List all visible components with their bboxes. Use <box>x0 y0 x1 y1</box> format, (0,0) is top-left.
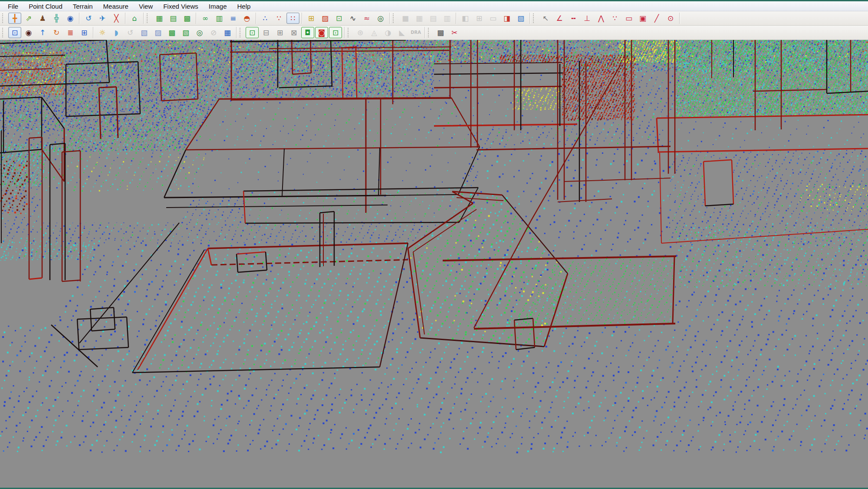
attribute-table-button[interactable]: ▥ <box>213 13 226 24</box>
measure-rect-button[interactable]: ▭ <box>622 13 635 24</box>
rotate-view-button[interactable]: ⇗ <box>22 13 35 24</box>
lighting-button[interactable]: ☼ <box>96 27 109 38</box>
view-split-button[interactable]: ⊠ <box>287 27 300 38</box>
lighting-icon: ☼ <box>99 29 105 36</box>
toolbar-drag-handle[interactable] <box>2 28 6 37</box>
classify-boxes-button[interactable]: ⊞ <box>305 13 318 24</box>
view-point-eye-button[interactable]: ◉ <box>64 13 77 24</box>
home-view-button[interactable]: ⌂ <box>128 13 141 24</box>
web-globe-button[interactable]: ◎ <box>193 27 206 38</box>
class-points-button[interactable]: ⊡ <box>332 13 345 24</box>
move-view-button[interactable]: ╬ <box>50 13 63 24</box>
toolbar-drag-handle[interactable] <box>533 13 537 23</box>
measure-distance-button[interactable]: ╍ <box>567 13 580 24</box>
glasses-3d-button[interactable]: ◗ <box>110 27 123 38</box>
menu-terrain[interactable]: Terrain <box>68 2 98 11</box>
menu-measure[interactable]: Measure <box>98 2 134 11</box>
view-pointer-button[interactable]: ⊡ <box>329 27 342 38</box>
image-extent-1-button[interactable]: ▧ <box>138 27 151 38</box>
menu-image[interactable]: Image <box>204 2 232 11</box>
toolbar-drag-handle[interactable] <box>147 13 151 23</box>
window-overlay-button[interactable]: ◨ <box>500 13 513 24</box>
menu-file[interactable]: File <box>3 2 23 11</box>
measure-angle-button[interactable]: ∠ <box>553 13 566 24</box>
toolbar-drag-handle[interactable] <box>2 13 6 23</box>
measure-circle-button[interactable]: ⊙ <box>664 13 677 24</box>
point-table-button[interactable]: ▦ <box>153 13 166 24</box>
points-display-2-button[interactable]: ∵ <box>273 13 286 24</box>
toolbar-separator <box>125 13 126 24</box>
menu-view[interactable]: View <box>134 2 158 11</box>
surface-flat-icon: ■ <box>402 15 409 22</box>
surface-checker-button: ▦ <box>413 13 426 24</box>
view-main-icon: ⊡ <box>249 29 255 36</box>
display-bands-button[interactable]: ≡ <box>227 13 240 24</box>
point-layers-button[interactable]: ▤ <box>167 13 180 24</box>
menu-help[interactable]: Help <box>232 2 256 11</box>
window-plain-button: ▭ <box>487 13 500 24</box>
mosaic-tool-icon: ▩ <box>437 29 444 36</box>
link-views-button[interactable]: ∞ <box>199 13 212 24</box>
color-palette-grid-button[interactable]: ▦ <box>221 27 234 38</box>
toolbar-drag-handle[interactable] <box>428 28 432 37</box>
graph-lines-button[interactable]: ≈ <box>360 13 373 24</box>
mosaic-tool-button[interactable]: ▩ <box>434 27 447 38</box>
clip-scissors-button[interactable]: ✂ <box>448 27 461 38</box>
toolbar-separator <box>679 13 680 24</box>
toolbar-separator <box>143 13 144 24</box>
view-red-region-icon: ◙ <box>318 29 326 36</box>
viewport-3d[interactable] <box>0 40 868 489</box>
display-bands-icon: ≡ <box>230 15 236 22</box>
measure-polyline-button[interactable]: ⋀ <box>595 13 608 24</box>
graph-lines-icon: ≈ <box>364 15 370 22</box>
measure-rect-icon: ▭ <box>625 15 632 22</box>
toolbar-drag-handle[interactable] <box>240 28 243 37</box>
view-green-region-button[interactable]: ◘ <box>301 27 314 38</box>
view-right-button[interactable]: ⊞ <box>273 27 286 38</box>
orbit-sphere-button[interactable]: ↻ <box>50 27 63 38</box>
rotate-tool-icon: ↺ <box>127 29 133 36</box>
walk-mode-button[interactable]: ♟ <box>36 13 49 24</box>
view-red-region-button[interactable]: ◙ <box>315 27 328 38</box>
glasses-3d-icon: ◗ <box>115 29 118 36</box>
ortho-image-button[interactable]: ▧ <box>514 13 527 24</box>
cross-selection-button[interactable]: ╳ <box>110 13 123 24</box>
menu-fixed-views[interactable]: Fixed Views <box>158 2 204 11</box>
zoom-extents-icon: ↑ <box>39 29 46 36</box>
dark-globe-button[interactable]: ◎ <box>374 13 387 24</box>
pan-view-button[interactable]: ╋ <box>8 13 21 24</box>
view-left-button[interactable]: ⊟ <box>260 27 273 38</box>
image-select-icon: ▧ <box>182 29 189 36</box>
pan-to-point-button[interactable]: ↺ <box>82 13 95 24</box>
view-main-button[interactable]: ⊡ <box>246 27 259 38</box>
measure-points-button[interactable]: ∵ <box>608 13 621 24</box>
fly-to-point-button[interactable]: ✈ <box>96 13 109 24</box>
screen-display-button[interactable]: ⊡ <box>8 27 21 38</box>
image-select-button[interactable]: ▧ <box>179 27 192 38</box>
zoom-extents-button[interactable]: ↑ <box>36 27 49 38</box>
toolbar-separator <box>529 13 530 24</box>
measure-height-button[interactable]: ⊥ <box>581 13 594 24</box>
measure-area-button[interactable]: ▣ <box>636 13 649 24</box>
point-grid-button[interactable]: ▩ <box>181 13 194 24</box>
class-mosaic-button[interactable]: ▨ <box>319 13 332 24</box>
image-draped-button[interactable]: ▩ <box>165 27 178 38</box>
measure-pick-icon: ↖ <box>542 15 549 22</box>
menu-point-cloud[interactable]: Point Cloud <box>23 2 68 11</box>
measure-pick-button[interactable]: ↖ <box>539 13 552 24</box>
color-spheres-button[interactable]: ◓ <box>240 13 253 24</box>
navigation-wheel-button[interactable]: ◉ <box>22 27 35 38</box>
elevation-legend-button[interactable]: ≣ <box>64 27 77 38</box>
points-display-3-button[interactable]: ∷ <box>286 13 299 24</box>
measure-line-button[interactable]: ╱ <box>650 13 663 24</box>
display-palette-button[interactable]: ⊞ <box>78 27 91 38</box>
points-display-1-button[interactable]: ∴ <box>259 13 272 24</box>
toolbar-drag-handle[interactable] <box>348 28 352 37</box>
image-extent-2-button[interactable]: ▨ <box>151 27 164 38</box>
surface-layers-1-icon: ▤ <box>430 15 437 22</box>
contrast-half-icon: ◑ <box>385 29 391 36</box>
point-cloud-canvas[interactable] <box>0 40 868 489</box>
profile-tool-button[interactable]: ∿ <box>346 13 359 24</box>
ortho-image-icon: ▧ <box>517 15 524 22</box>
toolbar-drag-handle[interactable] <box>393 13 397 23</box>
